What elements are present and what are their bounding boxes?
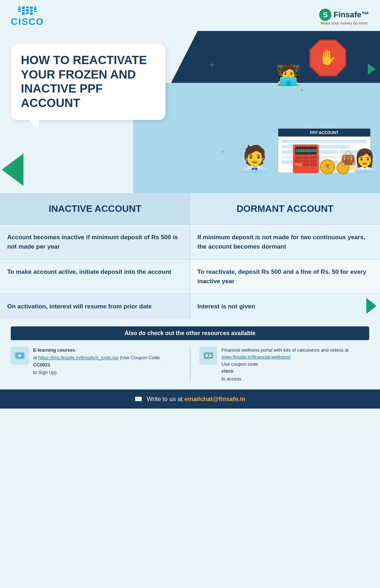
elearning-resource-item: E-learning courses at https://lms.finsaf… bbox=[11, 347, 181, 383]
wellness-resource-item: ₹ Financial wellness portal with lots of… bbox=[199, 347, 370, 383]
dormant-row2-cell: To reactivate, deposit Rs 500 and a fine… bbox=[190, 259, 380, 294]
comparison-header: INACTIVE ACCOUNT DORMANT ACCOUNT bbox=[0, 193, 380, 224]
finsafe-tagline: Make your money do more bbox=[321, 21, 368, 25]
ppf-book-header: PPF ACCOUNT bbox=[278, 129, 370, 137]
header: CISCO S Finsafe™ Make your money do more bbox=[0, 0, 380, 31]
plus-deco-1: + bbox=[299, 85, 304, 95]
comparison-section: INACTIVE ACCOUNT DORMANT ACCOUNT Account… bbox=[0, 193, 380, 319]
comparison-row-1: Account becomes inactive if minimum depo… bbox=[0, 224, 380, 259]
resources-items: E-learning courses at https://lms.finsaf… bbox=[11, 347, 369, 383]
inactive-row2-cell: To make account active, initiate deposit… bbox=[0, 259, 190, 294]
resources-banner: Also do check out the other resources av… bbox=[11, 326, 369, 340]
elearning-link[interactable]: https://lms.finsafe.in/finsafe/lr_login.… bbox=[38, 355, 118, 360]
finsafe-s-circle: S bbox=[319, 9, 331, 21]
inactive-account-header: INACTIVE ACCOUNT bbox=[0, 193, 190, 224]
elearning-text: E-learning courses at https://lms.finsaf… bbox=[33, 347, 160, 376]
finsafe-logo: S Finsafe™ Make your money do more bbox=[319, 9, 369, 25]
hero-section: + + + HOW TO REACTIVATE YOUR FROZEN AND … bbox=[0, 31, 380, 193]
plus-deco-2: + bbox=[220, 146, 225, 156]
person-laptop-icon: 🧑‍💻 bbox=[276, 63, 301, 87]
comparison-row-3: On activation, interest will resume from… bbox=[0, 294, 380, 319]
elearning-icon bbox=[11, 347, 29, 365]
bubble-tail bbox=[29, 119, 39, 130]
calculator-icon: 100000000 bbox=[293, 144, 319, 173]
cisco-logo: CISCO bbox=[11, 6, 44, 27]
wellness-link[interactable]: www.finsafe.in/financial-wellness/ bbox=[222, 354, 291, 360]
money-bag-icon: 👜 bbox=[340, 150, 357, 166]
wellness-icon: ₹ bbox=[199, 347, 217, 365]
finsafe-name: Finsafe™ bbox=[334, 10, 369, 19]
hero-title: HOW TO REACTIVATE YOUR FROZEN AND INACTI… bbox=[21, 53, 155, 110]
right-triangle-top bbox=[368, 63, 376, 75]
dormant-account-header: DORMANT ACCOUNT bbox=[190, 193, 380, 224]
person-standing-left-icon: 🧑‍💼 bbox=[239, 144, 270, 173]
stop-sign-icon: ✋ bbox=[308, 38, 348, 78]
footer-email-link[interactable]: emailchat@finsafe.in bbox=[184, 396, 245, 402]
triangle-decoration-icon bbox=[366, 298, 376, 314]
footer-resources: Also do check out the other resources av… bbox=[0, 319, 380, 386]
inactive-row1-cell: Account becomes inactive if minimum depo… bbox=[0, 225, 190, 259]
footer-bottom: ✉️ Write to us at emailchat@finsafe.in bbox=[0, 389, 380, 409]
speech-bubble: HOW TO REACTIVATE YOUR FROZEN AND INACTI… bbox=[11, 44, 166, 120]
dormant-row1-cell: If minimum deposit is not made for two c… bbox=[190, 225, 380, 259]
cisco-bars-icon bbox=[18, 6, 37, 15]
plus-deco-3: + bbox=[209, 60, 214, 70]
inactive-row3-cell: On activation, interest will resume from… bbox=[0, 294, 190, 319]
email-icon: ✉️ bbox=[135, 396, 142, 402]
comparison-row-2: To make account active, initiate deposit… bbox=[0, 259, 380, 294]
wellness-text: Financial wellness portal with lots of c… bbox=[222, 347, 370, 383]
left-triangle-decoration bbox=[2, 153, 23, 186]
svg-text:✋: ✋ bbox=[318, 49, 338, 67]
dormant-row3-cell: Interest is not given bbox=[190, 294, 380, 319]
resource-divider bbox=[190, 347, 190, 383]
cisco-text: CISCO bbox=[11, 16, 44, 27]
